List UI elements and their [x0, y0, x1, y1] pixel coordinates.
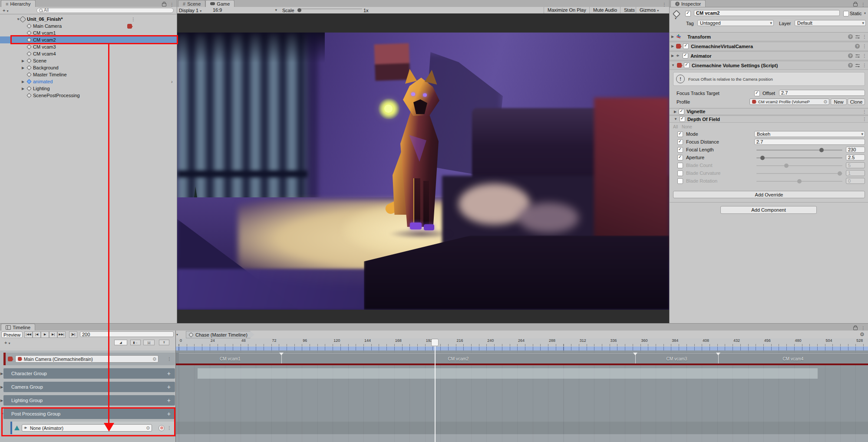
- tab-inspector[interactable]: i Inspector: [670, 0, 706, 7]
- kebab-menu-icon[interactable]: ⋮: [170, 2, 174, 7]
- track-lighting-group[interactable]: Lighting Group +: [3, 395, 175, 406]
- group-collapse-arrow[interactable]: ▶: [0, 372, 3, 376]
- param-checkbox[interactable]: [677, 163, 683, 168]
- static-checkbox[interactable]: [843, 11, 849, 16]
- mode-dropdown[interactable]: Bokeh: [754, 131, 865, 137]
- help-icon[interactable]: ?: [848, 34, 853, 39]
- scene-kebab-icon[interactable]: ⋮: [131, 17, 135, 22]
- previous-frame-button[interactable]: |◀: [33, 331, 41, 338]
- track-camera-group[interactable]: Camera Group +: [3, 382, 175, 392]
- param-checkbox[interactable]: [677, 178, 683, 184]
- override-vignette[interactable]: ▶ Vignette ⋮: [670, 108, 868, 115]
- hierarchy-row-scenepostprocessing[interactable]: ScenePostProcessing: [0, 92, 177, 99]
- hierarchy-row-scene[interactable]: ▼ Unit_06_Finish* ⋮: [0, 16, 177, 23]
- track-animator[interactable]: None (Animator) ⊙ ⋮: [10, 422, 175, 434]
- component-cinemachine-volume-settings[interactable]: ▼ Cinemachine Volume Settings (Script) ?…: [670, 61, 868, 70]
- focus-distance-field[interactable]: [754, 139, 865, 145]
- clip-cm-vcam2[interactable]: CM vcam2: [281, 353, 635, 364]
- clip-cut-marker[interactable]: [716, 353, 720, 355]
- foldout-arrow-icon[interactable]: ▼: [671, 63, 675, 67]
- component-cinemachine-virtual-camera[interactable]: ▶ CinemachineVirtualCamera ?⋮: [670, 42, 868, 51]
- add-to-group-button[interactable]: +: [167, 410, 171, 417]
- goto-end-button[interactable]: ▶▶|: [57, 331, 66, 338]
- next-frame-button[interactable]: ▶|: [49, 331, 57, 338]
- hierarchy-row-scene-obj[interactable]: ▶ Scene: [0, 57, 177, 64]
- kebab-menu-icon[interactable]: ⋮: [861, 2, 865, 7]
- override-enabled-checkbox[interactable]: [679, 109, 684, 115]
- scale-slider-knob[interactable]: [297, 8, 301, 12]
- select-none-link[interactable]: None: [682, 124, 692, 129]
- tab-game[interactable]: Game: [205, 0, 234, 7]
- hierarchy-row-master-timeline[interactable]: Master Timeline: [0, 71, 177, 78]
- focal-length-slider[interactable]: [756, 150, 842, 151]
- collapse-arrow-icon[interactable]: ▶: [22, 59, 24, 63]
- track-main-camera-brain[interactable]: Main Camera (CinemachineBrain) ⊙ ⋮: [3, 353, 175, 365]
- component-animator[interactable]: ▶ Animator ?⋮: [670, 51, 868, 60]
- play-range-button[interactable]: [▶]: [69, 331, 77, 338]
- goto-start-button[interactable]: |◀◀: [24, 331, 33, 338]
- gameobject-icon-caret[interactable]: ▾: [675, 16, 677, 20]
- hierarchy-row-animated[interactable]: ▶ animated ›: [0, 78, 177, 85]
- clip-cut-marker[interactable]: [279, 353, 284, 355]
- presets-icon[interactable]: [855, 64, 860, 67]
- object-picker-icon[interactable]: ⊙: [153, 357, 156, 361]
- animator-object-field[interactable]: None (Animator) ⊙: [22, 424, 152, 432]
- add-track-button[interactable]: + ▾: [4, 340, 10, 345]
- lock-icon[interactable]: [162, 3, 166, 7]
- foldout-arrow-icon[interactable]: ▼: [674, 117, 677, 121]
- component-enabled-checkbox[interactable]: [684, 62, 690, 68]
- collapse-arrow-icon[interactable]: ▶: [22, 87, 24, 91]
- kebab-menu-icon[interactable]: ⋮: [862, 44, 867, 49]
- gameobject-name-field[interactable]: [694, 10, 840, 16]
- playhead-line[interactable]: [435, 339, 436, 442]
- object-picker-icon[interactable]: ⊙: [824, 99, 827, 104]
- tab-hierarchy[interactable]: ≡ Hierarchy: [1, 0, 36, 7]
- component-transform[interactable]: ▶ Transform ?⋮: [670, 32, 868, 41]
- clip-cut-marker[interactable]: [633, 353, 637, 355]
- hierarchy-search-input[interactable]: [36, 8, 174, 13]
- maximize-on-play-button[interactable]: Maximize On Play: [544, 7, 590, 13]
- foldout-arrow-icon[interactable]: ▶: [671, 35, 674, 39]
- foldout-arrow-icon[interactable]: ▶: [671, 44, 674, 48]
- tab-scene[interactable]: # Scene: [178, 0, 205, 7]
- static-dropdown-caret[interactable]: ▾: [864, 11, 866, 15]
- track-character-group[interactable]: Character Group +: [3, 368, 175, 379]
- group-collapse-arrow[interactable]: ▶: [0, 399, 3, 403]
- foldout-arrow-icon[interactable]: ▶: [671, 54, 674, 58]
- offset-field[interactable]: [779, 90, 865, 96]
- lock-icon[interactable]: [853, 3, 858, 7]
- replace-mode-button[interactable]: |⤓|: [143, 340, 155, 345]
- kebab-menu-icon[interactable]: ⋮: [662, 2, 667, 7]
- help-icon[interactable]: ?: [848, 53, 853, 58]
- hierarchy-row-cm-vcam3[interactable]: CM vcam3: [0, 43, 177, 50]
- add-to-group-button[interactable]: +: [167, 397, 171, 404]
- aspect-dropdown[interactable]: 16:9: [211, 7, 278, 13]
- collapse-arrow-icon[interactable]: ▶: [22, 80, 24, 84]
- select-all-link[interactable]: All: [673, 124, 678, 129]
- kebab-menu-icon[interactable]: ⋮: [167, 426, 172, 430]
- kebab-menu-icon[interactable]: ⋮: [862, 109, 867, 114]
- gizmos-dropdown[interactable]: Gizmos ▾: [636, 7, 662, 13]
- kebab-menu-icon[interactable]: ⋮: [862, 117, 867, 121]
- current-frame-field[interactable]: [80, 331, 174, 337]
- aperture-slider[interactable]: [756, 157, 842, 158]
- param-checkbox[interactable]: [677, 147, 683, 153]
- focal-length-field[interactable]: [846, 147, 865, 153]
- tab-timeline[interactable]: Timeline: [1, 324, 35, 331]
- presets-icon[interactable]: [855, 35, 860, 39]
- profile-new-button[interactable]: New: [831, 98, 847, 105]
- clip-cm-vcam4[interactable]: CM vcam4: [718, 353, 868, 364]
- prefab-open-chevron-icon[interactable]: ›: [171, 79, 173, 84]
- kebab-menu-icon[interactable]: ⋮: [862, 53, 867, 58]
- ripple-mode-button[interactable]: ▮→: [130, 340, 141, 345]
- clip-cm-vcam3[interactable]: CM vcam3: [635, 353, 718, 364]
- header-content-separator[interactable]: [175, 331, 176, 442]
- scale-slider-track[interactable]: [298, 9, 362, 9]
- add-to-group-button[interactable]: +: [167, 370, 171, 377]
- track-post-processing-group[interactable]: Post Processing Group +: [3, 409, 175, 419]
- component-enabled-checkbox[interactable]: [683, 53, 688, 59]
- brain-object-field[interactable]: Main Camera (CinemachineBrain) ⊙: [15, 355, 158, 363]
- help-icon[interactable]: ?: [848, 63, 853, 68]
- settings-gear-icon[interactable]: ⚙: [860, 331, 865, 337]
- param-checkbox[interactable]: [677, 170, 683, 176]
